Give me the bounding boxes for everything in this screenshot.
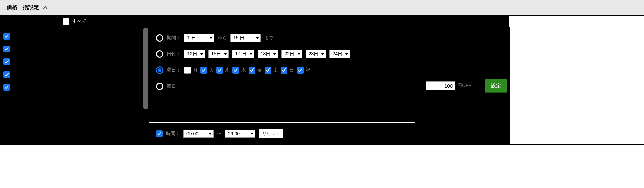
item-checkbox[interactable] xyxy=(3,84,10,91)
date-select[interactable]: 22日 xyxy=(281,50,302,58)
weekday-checkbox[interactable] xyxy=(200,67,207,74)
weekday-checkbox[interactable] xyxy=(297,67,304,74)
item-list xyxy=(3,33,145,91)
weekday-label: 月 xyxy=(193,67,198,73)
header-schedule-cell xyxy=(149,16,415,27)
schedule-options: 期間： 1 日 から 15 日 まで 日付： 12日 15日 17 日 18日 … xyxy=(149,27,415,122)
weekday-label: 火 xyxy=(209,67,214,73)
weekdays-label: 曜日： xyxy=(167,67,181,73)
item-checkbox[interactable] xyxy=(3,71,10,78)
weekday-item: 火 xyxy=(200,67,214,74)
weekday-checkbox[interactable] xyxy=(265,67,271,74)
weekday-item: 木 xyxy=(232,67,246,74)
item-checkbox[interactable] xyxy=(3,58,10,65)
weekday-item: 日 xyxy=(281,67,294,74)
weekday-item: 月 xyxy=(184,67,198,74)
time-sep: 〜 xyxy=(217,131,222,137)
everyday-label: 毎日 xyxy=(167,83,176,89)
weekday-checkbox[interactable] xyxy=(281,67,287,74)
period-label: 期間： xyxy=(167,35,181,41)
item-checkbox[interactable] xyxy=(3,46,10,52)
bottom-border xyxy=(0,144,644,145)
date-select[interactable]: 24日 xyxy=(329,50,350,58)
time-from-select[interactable]: 09:00 xyxy=(183,130,214,138)
all-label: すべて xyxy=(72,18,86,25)
weekday-checks: 月火水木金土日祝 xyxy=(184,67,310,74)
dates-radio[interactable] xyxy=(156,50,163,58)
weekday-label: 日 xyxy=(289,67,294,73)
weekday-item: 金 xyxy=(249,67,262,74)
item-list-column xyxy=(0,27,149,144)
date-select[interactable]: 12日 xyxy=(184,50,205,58)
header-action-cell xyxy=(482,16,510,27)
section-title: 価格一括設定 xyxy=(7,4,39,11)
weekday-checkbox[interactable] xyxy=(232,67,239,74)
weekday-label: 祝 xyxy=(306,67,310,73)
weekday-checkbox[interactable] xyxy=(184,67,191,74)
weekday-checkbox[interactable] xyxy=(216,67,223,74)
section-header: 価格一括設定 xyxy=(0,0,644,15)
date-select[interactable]: 15日 xyxy=(208,50,229,58)
weekdays-radio[interactable] xyxy=(156,66,163,74)
period-to-select[interactable]: 15 日 xyxy=(230,34,261,42)
time-section: 時間： 09:00 〜 29:00 リセット xyxy=(149,122,415,144)
dates-row: 日付： 12日 15日 17 日 18日 22日 23日 24日 xyxy=(156,50,408,58)
time-label: 時間： xyxy=(166,131,180,137)
price-suffix: 円OFF xyxy=(457,83,471,89)
date-select[interactable]: 18日 xyxy=(258,50,278,58)
schedule-column: 期間： 1 日 から 15 日 まで 日付： 12日 15日 17 日 18日 … xyxy=(149,27,415,144)
weekday-item: 水 xyxy=(216,67,230,74)
everyday-row: 毎日 xyxy=(156,82,408,91)
chevron-up-icon[interactable] xyxy=(43,5,48,10)
header-all-cell: すべて xyxy=(0,16,149,27)
scrollbar-thumb[interactable] xyxy=(143,28,148,109)
weekday-label: 木 xyxy=(241,67,246,73)
item-checkbox[interactable] xyxy=(3,33,10,40)
period-from-select[interactable]: 1 日 xyxy=(184,34,214,42)
weekday-label: 水 xyxy=(225,67,230,73)
reset-button[interactable]: リセット xyxy=(259,129,283,138)
price-column: 円OFF xyxy=(415,27,482,144)
time-checkbox[interactable] xyxy=(156,130,163,137)
period-row: 期間： 1 日 から 15 日 まで xyxy=(156,34,408,42)
price-input[interactable] xyxy=(426,81,455,90)
weekday-checkbox[interactable] xyxy=(249,67,255,74)
header-price-cell xyxy=(415,16,482,27)
weekday-label: 土 xyxy=(273,67,278,73)
set-button[interactable]: 設定 xyxy=(485,79,507,93)
everyday-radio[interactable] xyxy=(156,83,163,90)
action-column: 設定 xyxy=(482,27,510,144)
period-to-suffix: まで xyxy=(264,35,273,41)
all-checkbox[interactable] xyxy=(63,18,69,25)
date-select[interactable]: 23日 xyxy=(306,50,326,58)
time-row: 時間： 09:00 〜 29:00 リセット xyxy=(156,129,408,138)
dates-label: 日付： xyxy=(167,51,181,57)
weekday-item: 祝 xyxy=(297,67,310,74)
date-select[interactable]: 17 日 xyxy=(232,50,254,58)
weekday-label: 金 xyxy=(257,67,262,73)
weekday-item: 土 xyxy=(265,67,278,74)
main-grid: すべて 期間： 1 日 から 15 日 まで 日付： xyxy=(0,15,644,144)
period-radio[interactable] xyxy=(156,34,163,42)
weekdays-row: 曜日： 月火水木金土日祝 xyxy=(156,66,408,75)
period-from-suffix: から xyxy=(218,35,227,41)
time-to-select[interactable]: 29:00 xyxy=(225,130,255,138)
